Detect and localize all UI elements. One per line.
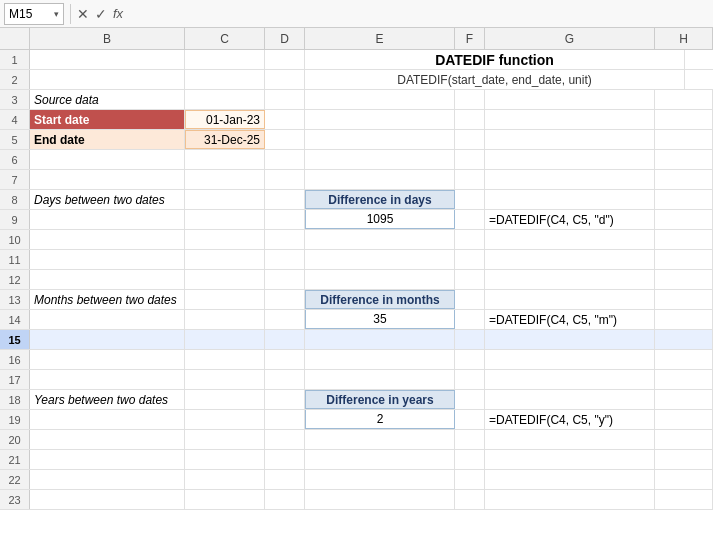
cell-h23[interactable] <box>655 490 713 509</box>
cell-e8-days-header[interactable]: Difference in days <box>305 190 455 209</box>
cell-c13[interactable] <box>185 290 265 309</box>
cell-g16[interactable] <box>485 350 655 369</box>
cell-g11[interactable] <box>485 250 655 269</box>
cell-c18[interactable] <box>185 390 265 409</box>
cell-c14[interactable] <box>185 310 265 329</box>
cell-g7[interactable] <box>485 170 655 189</box>
cell-b18-years-desc[interactable]: Years between two dates <box>30 390 185 409</box>
cell-c3[interactable] <box>185 90 265 109</box>
cell-e21[interactable] <box>305 450 455 469</box>
cell-c9[interactable] <box>185 210 265 229</box>
cell-h10[interactable] <box>655 230 713 249</box>
cell-h15[interactable] <box>655 330 713 349</box>
cell-f16[interactable] <box>455 350 485 369</box>
col-header-b[interactable]: B <box>30 28 185 49</box>
cell-c21[interactable] <box>185 450 265 469</box>
cell-h3[interactable] <box>655 90 713 109</box>
cell-c4-startdate-value[interactable]: 01-Jan-23 <box>185 110 265 129</box>
cell-f5[interactable] <box>455 130 485 149</box>
cell-d23[interactable] <box>265 490 305 509</box>
cell-d1[interactable] <box>265 50 305 69</box>
cell-f22[interactable] <box>455 470 485 489</box>
cell-b4-startdate-label[interactable]: Start date <box>30 110 185 129</box>
confirm-icon[interactable]: ✓ <box>95 6 107 22</box>
cell-f15[interactable] <box>455 330 485 349</box>
cell-b22[interactable] <box>30 470 185 489</box>
cell-e4[interactable] <box>305 110 455 129</box>
cell-c20[interactable] <box>185 430 265 449</box>
cell-g21[interactable] <box>485 450 655 469</box>
cancel-icon[interactable]: ✕ <box>77 6 89 22</box>
cell-g14-months-formula[interactable]: =DATEDIF(C4, C5, "m") <box>485 310 655 329</box>
cell-c12[interactable] <box>185 270 265 289</box>
cell-e3[interactable] <box>305 90 455 109</box>
cell-g3[interactable] <box>485 90 655 109</box>
cell-d19[interactable] <box>265 410 305 429</box>
cell-h17[interactable] <box>655 370 713 389</box>
cell-b13-months-desc[interactable]: Months between two dates <box>30 290 185 309</box>
cell-f13[interactable] <box>455 290 485 309</box>
cell-b9[interactable] <box>30 210 185 229</box>
cell-e15[interactable] <box>305 330 455 349</box>
cell-c23[interactable] <box>185 490 265 509</box>
cell-b3-source[interactable]: Source data <box>30 90 185 109</box>
cell-c5-enddate-value[interactable]: 31-Dec-25 <box>185 130 265 149</box>
cell-c22[interactable] <box>185 470 265 489</box>
cell-g15[interactable] <box>485 330 655 349</box>
cell-e11[interactable] <box>305 250 455 269</box>
cell-d3[interactable] <box>265 90 305 109</box>
cell-b17[interactable] <box>30 370 185 389</box>
cell-d20[interactable] <box>265 430 305 449</box>
cell-f17[interactable] <box>455 370 485 389</box>
cell-e9-days-value[interactable]: 1095 <box>305 210 455 229</box>
cell-f8[interactable] <box>455 190 485 209</box>
cell-h20[interactable] <box>655 430 713 449</box>
cell-h4[interactable] <box>655 110 713 129</box>
cell-f14[interactable] <box>455 310 485 329</box>
cell-h21[interactable] <box>655 450 713 469</box>
cell-h7[interactable] <box>655 170 713 189</box>
cell-h14[interactable] <box>655 310 713 329</box>
cell-e12[interactable] <box>305 270 455 289</box>
cell-c15[interactable] <box>185 330 265 349</box>
cell-d17[interactable] <box>265 370 305 389</box>
cell-e17[interactable] <box>305 370 455 389</box>
cell-f18[interactable] <box>455 390 485 409</box>
cell-d18[interactable] <box>265 390 305 409</box>
cell-h22[interactable] <box>655 470 713 489</box>
cell-b6[interactable] <box>30 150 185 169</box>
cell-f4[interactable] <box>455 110 485 129</box>
cell-d9[interactable] <box>265 210 305 229</box>
cell-c10[interactable] <box>185 230 265 249</box>
cell-d14[interactable] <box>265 310 305 329</box>
cell-h5[interactable] <box>655 130 713 149</box>
cell-d10[interactable] <box>265 230 305 249</box>
col-header-d[interactable]: D <box>265 28 305 49</box>
cell-g23[interactable] <box>485 490 655 509</box>
cell-c1[interactable] <box>185 50 265 69</box>
name-box-dropdown-icon[interactable]: ▾ <box>54 9 59 19</box>
cell-f10[interactable] <box>455 230 485 249</box>
cell-c11[interactable] <box>185 250 265 269</box>
cell-b19[interactable] <box>30 410 185 429</box>
cell-h18[interactable] <box>655 390 713 409</box>
cell-g8[interactable] <box>485 190 655 209</box>
cell-f11[interactable] <box>455 250 485 269</box>
cell-h13[interactable] <box>655 290 713 309</box>
cell-e7[interactable] <box>305 170 455 189</box>
cell-g22[interactable] <box>485 470 655 489</box>
cell-b20[interactable] <box>30 430 185 449</box>
cell-g17[interactable] <box>485 370 655 389</box>
cell-h8[interactable] <box>655 190 713 209</box>
cell-b14[interactable] <box>30 310 185 329</box>
cell-e1-title[interactable]: DATEDIF function <box>305 50 685 69</box>
cell-b16[interactable] <box>30 350 185 369</box>
cell-d13[interactable] <box>265 290 305 309</box>
cell-b2[interactable] <box>30 70 185 89</box>
cell-e20[interactable] <box>305 430 455 449</box>
cell-g19-years-formula[interactable]: =DATEDIF(C4, C5, "y") <box>485 410 655 429</box>
col-header-f[interactable]: F <box>455 28 485 49</box>
cell-g10[interactable] <box>485 230 655 249</box>
cell-c2[interactable] <box>185 70 265 89</box>
cell-d21[interactable] <box>265 450 305 469</box>
